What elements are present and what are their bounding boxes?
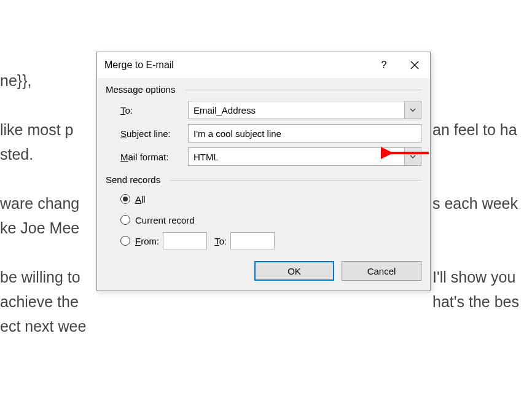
to-range-label: To: bbox=[214, 236, 227, 246]
bg-line: ware chang bbox=[0, 192, 79, 216]
to-dropdown-arrow[interactable] bbox=[404, 101, 421, 119]
bg-line: achieve the bbox=[0, 290, 79, 314]
radio-current-row[interactable]: Current record bbox=[120, 212, 421, 228]
radio-all-label: All bbox=[135, 194, 146, 205]
mail-format-value: HTML bbox=[188, 147, 404, 166]
mail-format-label: Mail format: bbox=[120, 152, 188, 162]
bg-line: ke Joe Mee bbox=[0, 216, 79, 240]
to-combobox[interactable]: Email_Address bbox=[188, 101, 421, 119]
radio-from-row[interactable]: From: To: bbox=[120, 233, 421, 249]
to-value: Email_Address bbox=[188, 101, 404, 119]
close-button[interactable] bbox=[399, 52, 430, 78]
radio-from[interactable] bbox=[120, 236, 130, 246]
radio-current-label: Current record bbox=[135, 215, 195, 225]
bg-line: ne}}, bbox=[0, 69, 31, 93]
bg-line: like most p bbox=[0, 118, 73, 142]
bg-line: sted. bbox=[0, 143, 33, 166]
mail-format-combobox[interactable]: HTML bbox=[188, 147, 421, 166]
radio-current[interactable] bbox=[120, 215, 130, 225]
chevron-down-icon bbox=[410, 155, 416, 158]
send-records-label: Send records bbox=[106, 174, 421, 185]
merge-to-email-dialog: Merge to E-mail ? Message options To: Em… bbox=[96, 52, 431, 291]
ok-button[interactable]: OK bbox=[254, 261, 334, 281]
to-range-input[interactable] bbox=[230, 232, 275, 249]
bg-line: s each week bbox=[432, 192, 518, 216]
dialog-title: Merge to E-mail bbox=[104, 60, 369, 71]
bg-line: ect next wee bbox=[0, 314, 86, 338]
message-options-label: Message options bbox=[106, 84, 421, 95]
bg-line: be willing to bbox=[0, 265, 80, 289]
radio-all[interactable] bbox=[120, 194, 130, 204]
subject-input[interactable] bbox=[188, 124, 421, 143]
chevron-down-icon bbox=[410, 108, 416, 112]
subject-row: Subject line: bbox=[120, 124, 421, 143]
bg-line: an feel to ha bbox=[432, 118, 517, 142]
bg-line: I'll show you bbox=[432, 265, 515, 289]
subject-label: Subject line: bbox=[120, 128, 188, 139]
radio-from-label: From: bbox=[135, 236, 159, 246]
radio-all-row[interactable]: All bbox=[120, 191, 421, 207]
from-input[interactable] bbox=[163, 232, 207, 249]
bg-line: hat's the bes bbox=[432, 290, 519, 314]
help-button[interactable]: ? bbox=[369, 52, 399, 78]
cancel-button[interactable]: Cancel bbox=[342, 261, 421, 281]
mail-format-dropdown-arrow[interactable] bbox=[404, 147, 421, 166]
titlebar: Merge to E-mail ? bbox=[97, 52, 430, 78]
to-row: To: Email_Address bbox=[120, 101, 421, 119]
to-label: To: bbox=[120, 105, 188, 115]
mail-format-row: Mail format: HTML bbox=[120, 147, 421, 166]
close-icon bbox=[410, 61, 419, 69]
